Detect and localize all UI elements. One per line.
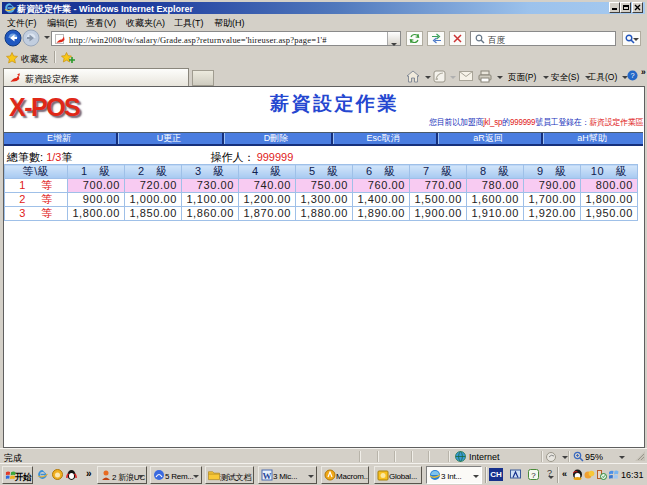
svg-text:W: W <box>263 471 272 481</box>
svg-text:?: ? <box>630 71 634 80</box>
svg-text:?: ? <box>531 471 536 480</box>
